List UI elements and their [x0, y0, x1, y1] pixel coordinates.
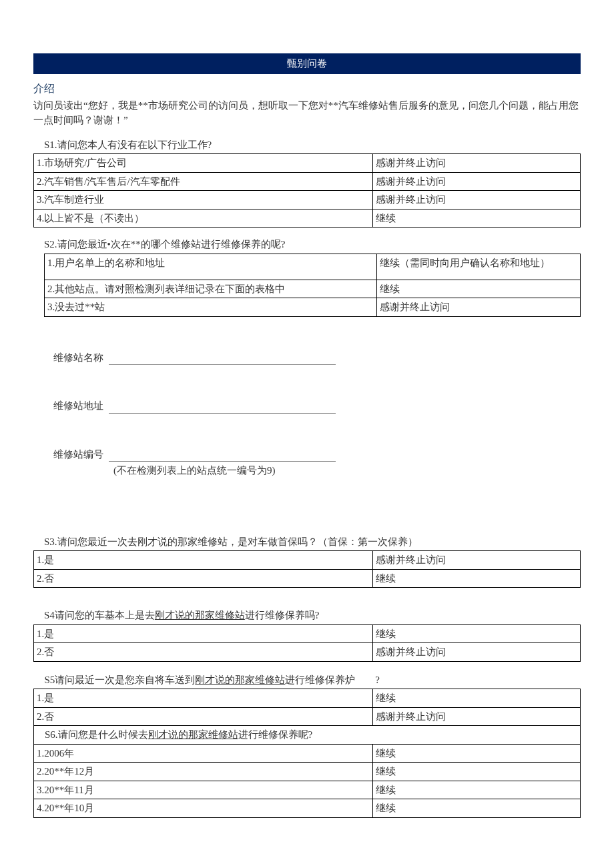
s3-table: 1.是感谢并终止访问 2.否继续	[33, 550, 581, 588]
option-cell: 3.20**年11月	[34, 781, 373, 799]
s1-table: 1.市场研究/广告公司感谢并终止访问 2.汽车销售/汽车售后/汽车零配件感谢并终…	[33, 153, 581, 228]
station-addr-line[interactable]	[109, 413, 336, 414]
table-row: 3.20**年11月继续	[34, 781, 581, 799]
table-row: 2.否感谢并终止访问	[34, 643, 581, 662]
station-name-label: 维修站名称	[53, 352, 103, 363]
table-row: 2.20**年12月继续	[34, 763, 581, 781]
station-name-line[interactable]	[109, 364, 336, 365]
option-cell: 1.是	[34, 624, 373, 643]
option-cell: 2.否	[34, 569, 373, 588]
station-addr-label: 维修站地址	[53, 400, 103, 411]
page-title-bar: 甄别问卷	[33, 53, 581, 74]
option-cell: 4.以上皆不是（不读出）	[34, 209, 373, 228]
action-cell: 继续	[372, 689, 580, 708]
s2-prompt: S2.请问您最近•次在**的哪个维修站进行维修保养的呢?	[33, 237, 581, 252]
table-row: 2.其他站点。请对照检测列表详细记录在下面的表格中继续	[45, 280, 581, 298]
table-row: 1.2006年继续	[34, 744, 581, 763]
option-cell: 1.用户名单上的名称和地址	[45, 254, 377, 280]
table-row: 1.用户名单上的名称和地址继续（需同时向用户确认名称和地址）	[45, 254, 581, 280]
action-cell: 继续	[372, 744, 580, 763]
table-row: 3.没去过**站感谢并终止访问	[45, 298, 581, 317]
action-cell: 继续	[372, 781, 580, 799]
option-cell: 2.其他站点。请对照检测列表详细记录在下面的表格中	[45, 280, 377, 298]
option-cell: 3.汽车制造行业	[34, 191, 373, 209]
s5-prompt-right: ?	[372, 671, 580, 689]
table-row: 4.以上皆不是（不读出）继续	[34, 209, 581, 228]
action-cell: 继续	[372, 799, 580, 818]
s4-prompt-post: 进行维修保养吗?	[245, 610, 320, 620]
s6-prompt-row: S6.请问您是什么时候去刚才说的那家维修站进行维修保养呢?	[34, 726, 581, 745]
table-row: 1.市场研究/广告公司感谢并终止访问	[34, 154, 581, 173]
station-name-field: 维修站名称	[33, 350, 581, 366]
table-row: 3.汽车制造行业感谢并终止访问	[34, 191, 581, 209]
table-row: 2.否继续	[34, 569, 581, 588]
option-cell: 2.否	[34, 643, 373, 662]
s5-table: S5请问最近一次是您亲自将车送到刚才说的那家维修站进行维修保养炉 ? 1.是继续…	[33, 671, 581, 818]
s2-table: 1.用户名单上的名称和地址继续（需同时向用户确认名称和地址） 2.其他站点。请对…	[44, 254, 581, 317]
option-cell: 3.没去过**站	[45, 298, 377, 317]
action-cell: 感谢并终止访问	[372, 154, 580, 173]
action-cell: 继续	[372, 763, 580, 781]
s5-prompt-row: S5请问最近一次是您亲自将车送到刚才说的那家维修站进行维修保养炉 ?	[34, 671, 581, 689]
action-cell: 继续	[376, 280, 580, 298]
s4-table: 1.是继续 2.否感谢并终止访问	[33, 624, 581, 662]
station-code-line[interactable]	[109, 461, 336, 462]
action-cell: 感谢并终止访问	[372, 643, 580, 662]
s6-prompt-underline: 刚才说的那家维修站	[148, 729, 238, 740]
action-cell: 感谢并终止访问	[372, 172, 580, 191]
option-cell: 1.是	[34, 551, 373, 570]
option-cell: 4.20**年10月	[34, 799, 373, 818]
table-row: 4.20**年10月继续	[34, 799, 581, 818]
action-cell: 继续（需同时向用户确认名称和地址）	[376, 254, 580, 280]
s5-prompt-pre: S5请问最近一次是您亲自将车送到	[45, 675, 196, 685]
action-cell: 感谢并终止访问	[372, 551, 580, 570]
table-row: 2.否感谢并终止访问	[34, 707, 581, 726]
station-code-label: 维修站编号	[53, 449, 103, 460]
action-cell: 感谢并终止访问	[372, 191, 580, 209]
option-cell: 2.20**年12月	[34, 763, 373, 781]
action-cell: 继续	[372, 569, 580, 588]
s5-prompt: S5请问最近一次是您亲自将车送到刚才说的那家维修站进行维修保养炉	[34, 671, 373, 689]
intro-label: 介绍	[33, 81, 581, 97]
option-cell: 2.汽车销售/汽车售后/汽车零配件	[34, 172, 373, 191]
s6-prompt-post: 进行维修保养呢?	[238, 729, 313, 740]
table-row: 1.是继续	[34, 624, 581, 643]
action-cell: 感谢并终止访问	[376, 298, 580, 317]
s4-prompt: S4请问您的车基本上是去刚才说的那家维修站进行维修保养吗?	[33, 608, 581, 623]
table-row: 2.汽车销售/汽车售后/汽车零配件感谢并终止访问	[34, 172, 581, 191]
station-code-note: (不在检测列表上的站点统一编号为9)	[33, 463, 581, 478]
action-cell: 继续	[372, 209, 580, 228]
intro-text: 访问员读出“您好，我是**市场研究公司的访问员，想听取一下您对**汽车维修站售后…	[33, 98, 581, 128]
s6-prompt: S6.请问您是什么时候去刚才说的那家维修站进行维修保养呢?	[34, 726, 581, 745]
s6-prompt-pre: S6.请问您是什么时候去	[45, 729, 148, 740]
s5-prompt-underline: 刚才说的那家维修站	[195, 675, 285, 685]
station-code-field: 维修站编号	[33, 447, 581, 462]
table-row: 1.是感谢并终止访问	[34, 551, 581, 570]
table-row: 1.是继续	[34, 689, 581, 708]
action-cell: 继续	[372, 624, 580, 643]
action-cell: 感谢并终止访问	[372, 707, 580, 726]
s1-prompt: S1.请问您本人有没有在以下行业工作?	[33, 137, 581, 153]
option-cell: 2.否	[34, 707, 373, 726]
s3-prompt: S3.请问您最近一次去刚才说的那家维修站，是对车做首保吗？（首保：第一次保养）	[33, 534, 581, 550]
option-cell: 1.2006年	[34, 744, 373, 763]
s4-prompt-pre: S4请问您的车基本上是去	[44, 610, 155, 620]
s5-prompt-post: 进行维修保养炉	[285, 675, 355, 685]
station-addr-field: 维修站地址	[33, 398, 581, 414]
option-cell: 1.是	[34, 689, 373, 708]
s4-prompt-underline: 刚才说的那家维修站	[155, 610, 245, 620]
option-cell: 1.市场研究/广告公司	[34, 154, 373, 173]
